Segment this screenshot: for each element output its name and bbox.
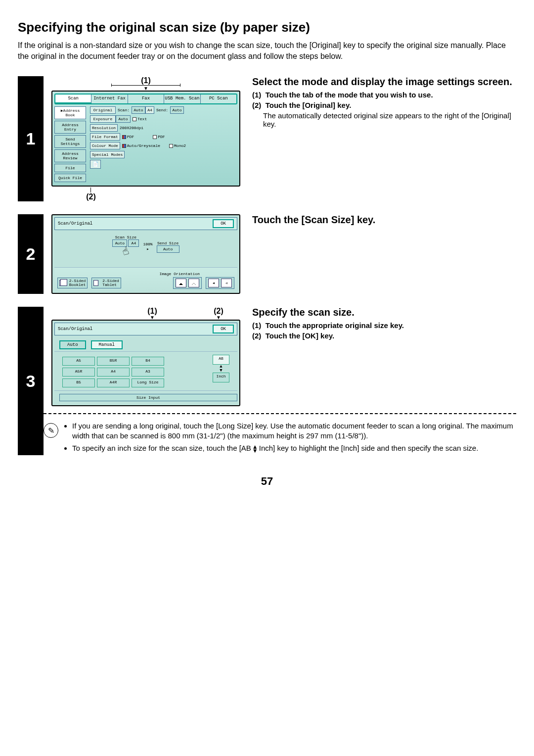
exposure-type: Text bbox=[137, 117, 147, 121]
pdf-colour-icon bbox=[122, 135, 126, 139]
side-quick-file[interactable]: Quick File bbox=[54, 174, 86, 182]
file-format-button[interactable]: File Format bbox=[90, 133, 120, 141]
exposure-button[interactable]: Exposure bbox=[90, 115, 116, 123]
tab-auto[interactable]: Auto bbox=[59, 340, 86, 349]
orientation-portrait-solid[interactable] bbox=[176, 279, 186, 287]
size-a5[interactable]: A5 bbox=[62, 357, 95, 366]
scan-original-screen: Scan/Original OK Scan Size Auto A4 ☝ 100… bbox=[51, 214, 240, 294]
ok-button[interactable]: OK bbox=[213, 219, 234, 228]
intro-text: If the original is a non-standard size o… bbox=[18, 40, 516, 61]
step-1-number: 1 bbox=[18, 76, 44, 201]
side-file[interactable]: File bbox=[54, 164, 86, 172]
size-long[interactable]: Long Size bbox=[132, 378, 164, 387]
size-a3[interactable]: A3 bbox=[132, 368, 164, 377]
step-2-heading: Touch the [Scan Size] key. bbox=[252, 214, 516, 226]
tab-internet-fax[interactable]: Internet Fax bbox=[91, 94, 128, 103]
text-icon bbox=[133, 117, 136, 121]
callout-2: (2) bbox=[86, 192, 96, 201]
size-a5r[interactable]: A5R bbox=[62, 368, 95, 377]
page-title: Specifying the original scan size (by pa… bbox=[18, 20, 516, 35]
original-button[interactable]: Original bbox=[90, 106, 116, 114]
step1-desc: The automatically detected original size… bbox=[263, 111, 516, 128]
step-3: 3 (1) ▼ (2) ▼ Scan/Original O bbox=[18, 307, 516, 455]
scan-size-pct: 100% bbox=[143, 242, 152, 246]
tablet-icon bbox=[93, 280, 98, 286]
orientation-landscape-right[interactable]: ◃ bbox=[221, 279, 232, 287]
step-1-screenshot-area: (1) ▼ Scan Internet Fax Fax USB Mem. Sca… bbox=[44, 76, 246, 201]
unit-toggle-icon: ▲▼ bbox=[213, 365, 229, 373]
step1-li1-txt: Touch the tab of the mode that you wish … bbox=[266, 91, 433, 99]
booklet-icon bbox=[59, 280, 65, 286]
colour-val: Auto/Greyscale bbox=[127, 143, 160, 148]
unit-inch[interactable]: Inch bbox=[213, 373, 229, 382]
image-orientation-label: Image Orientation bbox=[57, 272, 200, 276]
tab-pc-scan[interactable]: PC Scan bbox=[201, 94, 236, 103]
orientation-landscape-left[interactable]: ◂ bbox=[208, 279, 219, 287]
send-auto-button[interactable]: Auto bbox=[170, 106, 184, 114]
tab-usb-mem-scan[interactable]: USB Mem. Scan bbox=[164, 94, 200, 103]
side-address-review[interactable]: Address Review bbox=[54, 149, 86, 162]
tab-fax[interactable]: Fax bbox=[128, 94, 164, 103]
resolution-value: 200X200dpi bbox=[118, 126, 145, 130]
side-address-book[interactable]: ▶Address Book bbox=[54, 106, 86, 119]
colour-mode-button[interactable]: Colour Mode bbox=[90, 142, 120, 149]
colour-val2: Mono2 bbox=[174, 143, 186, 148]
side-address-entry[interactable]: Address Entry bbox=[54, 121, 86, 134]
note-2: To specify an inch size for the scan siz… bbox=[72, 443, 516, 453]
step-1: 1 (1) ▼ Scan Internet Fax Fax USB Mem. S… bbox=[18, 76, 516, 201]
scan-size-select-screen: Scan/Original OK Auto Manual A5 B5R bbox=[51, 320, 240, 406]
notes-separator bbox=[44, 413, 516, 414]
notes-block: ✎ If you are sending a long original, to… bbox=[44, 421, 516, 455]
size-a4r[interactable]: A4R bbox=[97, 378, 130, 387]
size-input-button[interactable]: Size Input bbox=[59, 394, 237, 401]
size-b5r[interactable]: B5R bbox=[97, 357, 130, 366]
step1-li2-txt: Touch the [Original] key. bbox=[266, 101, 352, 109]
step-2-screenshot-area: Scan/Original OK Scan Size Auto A4 ☝ 100… bbox=[44, 214, 246, 294]
scan-auto-button[interactable]: Auto bbox=[132, 106, 145, 114]
pencil-note-icon: ✎ bbox=[44, 423, 58, 438]
tab-scan[interactable]: Scan bbox=[55, 94, 91, 103]
step-3-screenshot-area: (1) ▼ (2) ▼ Scan/Original OK Auto bbox=[44, 307, 246, 406]
scan-original-title-3: Scan/Original bbox=[58, 327, 92, 331]
orientation-portrait-outline[interactable] bbox=[188, 279, 199, 287]
send-label: Send: bbox=[154, 108, 170, 112]
ff-val1: PDF bbox=[127, 135, 134, 139]
send-size-auto[interactable]: Auto bbox=[157, 245, 179, 253]
ok-button-3[interactable]: OK bbox=[213, 325, 234, 333]
mode-settings-screen: Scan Internet Fax Fax USB Mem. Scan PC S… bbox=[51, 91, 240, 187]
scan-size-value[interactable]: A4 bbox=[145, 106, 154, 114]
colour-icon bbox=[122, 144, 126, 148]
orientation-portrait-group[interactable] bbox=[173, 277, 202, 289]
preview-button[interactable]: 📄 bbox=[90, 160, 101, 169]
size-b5[interactable]: B5 bbox=[62, 378, 95, 387]
scan-label: Scan: bbox=[116, 108, 132, 112]
step-3-heading: Specify the scan size. bbox=[252, 307, 516, 318]
mono-icon bbox=[169, 144, 173, 148]
size-b4[interactable]: B4 bbox=[132, 357, 164, 366]
ff-val2: PDF bbox=[158, 135, 165, 139]
step-2-number: 2 bbox=[18, 214, 44, 294]
step3-li2-txt: Touch the [OK] key. bbox=[266, 331, 334, 340]
tab-manual[interactable]: Manual bbox=[91, 340, 123, 349]
send-size-label: Send Size bbox=[157, 241, 179, 245]
callout-1: (1) bbox=[51, 76, 240, 85]
arrow-down-icon: ▼ bbox=[51, 87, 240, 91]
arrow-down-icon: ▼ bbox=[101, 316, 204, 320]
size-a4[interactable]: A4 bbox=[97, 368, 130, 377]
two-sided-tablet-button[interactable]: 2-SidedTablet bbox=[91, 278, 121, 288]
step-1-heading: Select the mode and display the image se… bbox=[252, 76, 516, 88]
resolution-button[interactable]: Resolution bbox=[90, 124, 118, 132]
step-3-number: 3 bbox=[18, 307, 44, 455]
direction-arrow-icon: ▸ bbox=[143, 246, 152, 252]
pdf-mono-icon bbox=[153, 135, 157, 139]
special-modes-button[interactable]: Special Modes bbox=[90, 151, 125, 158]
step-2: 2 Scan/Original OK Scan Size Auto A4 ☝ 1… bbox=[18, 214, 516, 294]
two-sided-booklet-button[interactable]: 2-SidedBooklet bbox=[57, 278, 88, 288]
side-send-settings[interactable]: Send Settings bbox=[54, 135, 86, 148]
step3-li2-num: (2) bbox=[252, 331, 261, 340]
page-number: 57 bbox=[18, 475, 516, 488]
orientation-landscape-group[interactable]: ◂ ◃ bbox=[206, 277, 234, 289]
unit-ab[interactable]: AB bbox=[213, 355, 229, 365]
exposure-value[interactable]: Auto bbox=[116, 115, 131, 123]
arrow-down-icon: ▼ bbox=[204, 316, 233, 320]
